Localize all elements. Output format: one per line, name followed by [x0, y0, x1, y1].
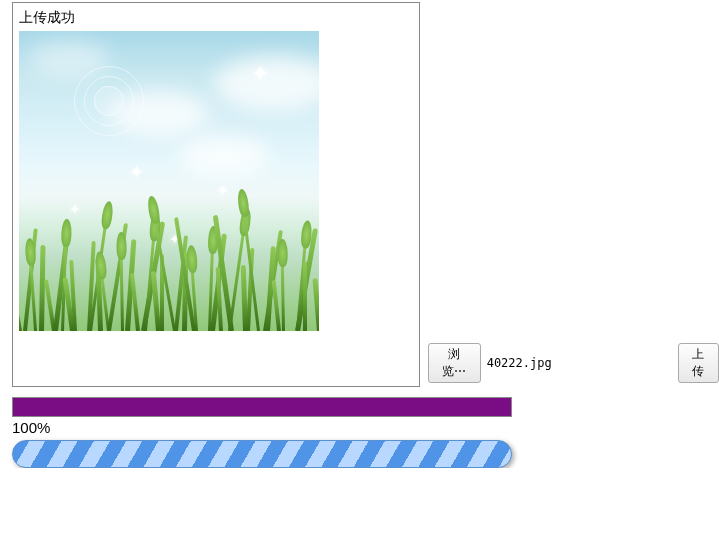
- progress-percent-label: 100%: [12, 419, 719, 436]
- preview-box: 上传成功 ✦ ✦ ✦ ✦ ✦: [12, 2, 420, 387]
- progress-bar-solid-fill: [13, 398, 511, 416]
- progress-bar-striped: [12, 440, 512, 468]
- file-controls: 浏览⋯ 40222.jpg 上传: [428, 343, 719, 387]
- preview-image: ✦ ✦ ✦ ✦ ✦: [19, 31, 319, 331]
- browse-button[interactable]: 浏览⋯: [428, 343, 481, 383]
- selected-filename: 40222.jpg: [487, 356, 552, 370]
- upload-row: 上传成功 ✦ ✦ ✦ ✦ ✦ 浏览⋯ 40222.jpg 上传: [12, 2, 719, 387]
- upload-status-text: 上传成功: [19, 9, 413, 27]
- progress-bar-solid: [12, 397, 512, 417]
- upload-button[interactable]: 上传: [678, 343, 719, 383]
